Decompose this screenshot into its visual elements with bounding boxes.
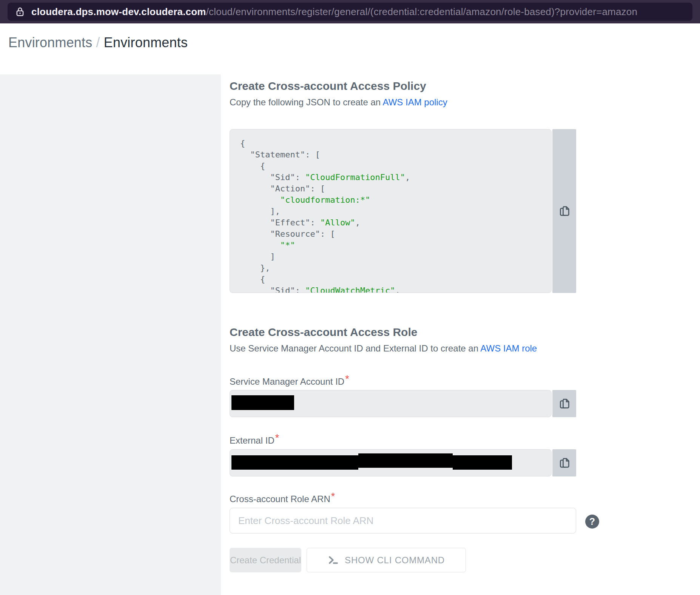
lock-icon [15, 6, 25, 17]
aws-iam-role-link[interactable]: AWS IAM role [480, 343, 537, 353]
policy-json-code[interactable]: { "Statement": [ { "Sid": "CloudFormatio… [230, 129, 552, 293]
address-bar[interactable]: cloudera.dps.mow-dev.cloudera.com/cloud/… [8, 3, 692, 21]
copy-external-id-button[interactable] [552, 449, 576, 476]
required-asterisk: * [331, 491, 335, 502]
role-section-title: Create Cross-account Access Role [230, 326, 417, 339]
required-asterisk: * [345, 373, 349, 385]
url-domain: cloudera.dps.mow-dev.cloudera.com [31, 6, 206, 18]
account-id-field[interactable] [230, 390, 552, 417]
main-content: Create Cross-account Access Policy Copy … [230, 74, 600, 595]
terminal-icon [328, 555, 339, 566]
help-icon[interactable]: ? [585, 515, 599, 529]
role-arn-label: Cross-account Role ARN* [230, 491, 335, 504]
account-id-label: Service Manager Account ID* [230, 373, 349, 387]
browser-toolbar: cloudera.dps.mow-dev.cloudera.com/cloud/… [0, 0, 700, 23]
redacted-external-id-value [231, 455, 358, 470]
copy-account-id-button[interactable] [552, 390, 576, 417]
left-sidebar-panel [0, 74, 221, 595]
redacted-external-id-value [358, 453, 453, 468]
copy-icon [558, 456, 571, 469]
role-subtitle-text: Use Service Manager Account ID and Exter… [230, 343, 480, 353]
redacted-account-id-value [231, 395, 294, 410]
create-credential-button[interactable]: Create Credential [230, 548, 301, 572]
external-id-field[interactable] [230, 449, 552, 476]
breadcrumb-separator: / [93, 35, 104, 50]
show-cli-command-label: SHOW CLI COMMAND [345, 555, 445, 566]
copy-policy-json-button[interactable] [552, 129, 576, 293]
show-cli-command-button[interactable]: SHOW CLI COMMAND [307, 548, 466, 572]
copy-icon [558, 205, 571, 217]
breadcrumb-current-page: Environments [104, 35, 188, 50]
policy-section-subtitle: Copy the following JSON to create an AWS… [230, 97, 447, 108]
policy-section-title: Create Cross-account Access Policy [230, 80, 426, 92]
breadcrumb-environments-link[interactable]: Environments [8, 35, 93, 50]
role-section-subtitle: Use Service Manager Account ID and Exter… [230, 343, 537, 354]
breadcrumb: Environments/Environments [8, 35, 188, 51]
role-arn-input[interactable] [230, 508, 576, 533]
url-path: /cloud/environments/register/general/(cr… [206, 6, 637, 18]
policy-subtitle-text: Copy the following JSON to create an [230, 97, 383, 107]
aws-iam-policy-link[interactable]: AWS IAM policy [383, 97, 447, 107]
external-id-label: External ID* [230, 432, 279, 446]
redacted-external-id-value [453, 455, 512, 470]
required-asterisk: * [275, 432, 279, 444]
copy-icon [558, 397, 571, 410]
